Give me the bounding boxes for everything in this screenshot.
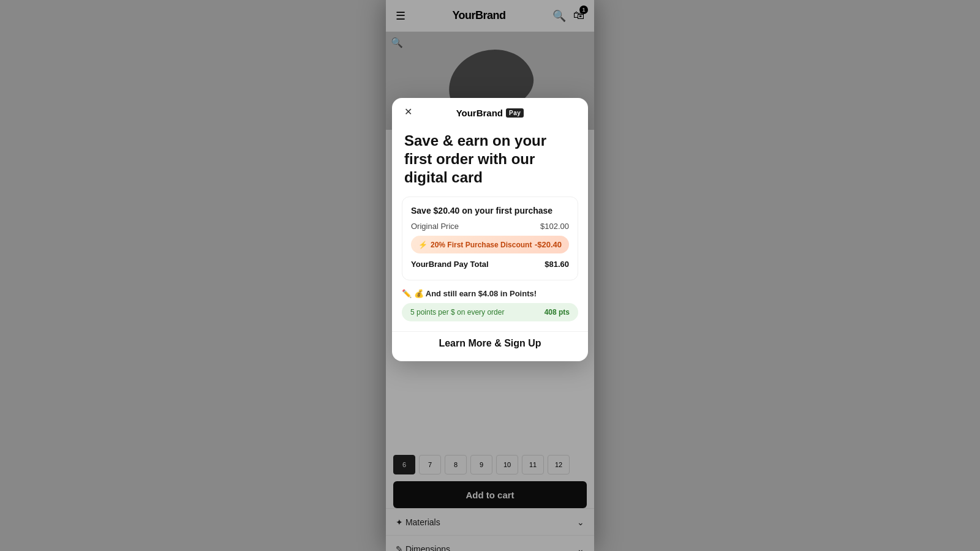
savings-card: Save $20.40 on your first purchase Origi… [402,197,578,280]
modal-brand: YourBrand Pay [456,108,524,118]
points-pill: 5 points per $ on every order 408 pts [402,303,578,321]
discount-amount: -$20.40 [535,240,562,249]
learn-more-signup-button[interactable]: Learn More & Sign Up [439,338,541,349]
total-label: YourBrand Pay Total [411,260,489,269]
points-title: ✏️ 💰 And still earn $4.08 in Points! [402,289,578,298]
modal-cta-area: Learn More & Sign Up [392,331,588,361]
total-row: YourBrand Pay Total $81.60 [411,260,569,269]
savings-title: Save $20.40 on your first purchase [411,206,569,216]
modal-title: Save & earn on your first order with our… [392,126,588,197]
modal-brand-name: YourBrand [456,108,503,118]
discount-icon: ⚡ [418,241,428,249]
original-price-label: Original Price [411,222,459,231]
phone-wrapper: ☰ YourBrand 🔍 🛍 1 🔍 6 7 8 9 10 11 12 [386,0,594,551]
discount-row: ⚡ 20% First Purchase Discount -$20.40 [411,236,569,253]
pay-modal: ✕ YourBrand Pay Save & earn on your firs… [392,98,588,361]
points-value: 408 pts [545,308,570,317]
discount-left: ⚡ 20% First Purchase Discount [418,241,532,249]
modal-close-button[interactable]: ✕ [402,105,415,119]
total-value: $81.60 [545,260,569,269]
modal-header: ✕ YourBrand Pay [392,98,588,126]
points-section: ✏️ 💰 And still earn $4.08 in Points! 5 p… [402,289,578,321]
original-price-row: Original Price $102.00 [411,222,569,231]
original-price-value: $102.00 [540,222,569,231]
points-label: 5 points per $ on every order [410,308,504,317]
discount-label: 20% First Purchase Discount [431,241,532,249]
pay-badge: Pay [506,108,524,118]
